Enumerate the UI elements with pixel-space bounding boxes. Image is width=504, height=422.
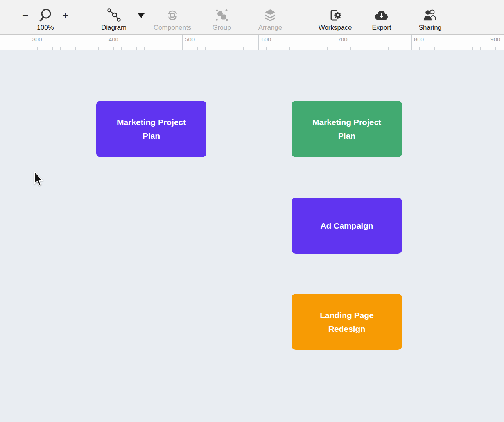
toolbar-button-sharing[interactable]: Sharing xyxy=(414,0,447,34)
ruler-minor-tick xyxy=(14,47,14,50)
ruler-minor-tick xyxy=(75,47,76,50)
toolbar: − + 100% xyxy=(0,0,504,34)
ruler-minor-tick xyxy=(373,47,373,50)
ruler-major-tick xyxy=(106,35,106,50)
node-ad-campaign[interactable]: Ad Campaign xyxy=(292,198,402,254)
diagram-icon xyxy=(106,7,121,23)
ruler-major-tick xyxy=(30,35,30,50)
ruler-minor-tick xyxy=(320,47,320,50)
ruler-label: 700 xyxy=(338,36,348,43)
ruler-minor-tick xyxy=(91,47,91,50)
ruler-minor-tick xyxy=(167,47,167,50)
ruler-minor-tick xyxy=(434,47,435,50)
toolbar-button-export[interactable]: Export xyxy=(368,0,395,34)
zoom-controls: − + 100% xyxy=(20,0,70,34)
toolbar-button-workspace[interactable]: Workspace xyxy=(315,0,355,34)
node-landing-page-redesign[interactable]: Landing Page Redesign xyxy=(292,294,402,350)
node-label: Ad Campaign xyxy=(320,219,373,232)
workspace-icon xyxy=(328,7,343,23)
ruler-label: 600 xyxy=(261,36,271,43)
toolbar-button-components[interactable]: Components xyxy=(150,0,195,34)
node-label: Marketing Project Plan xyxy=(308,115,386,143)
node-label: Landing Page Redesign xyxy=(308,308,386,336)
toolbar-button-label: Workspace xyxy=(319,24,352,31)
ruler-minor-tick xyxy=(205,47,206,50)
node-marketing-project-plan-green[interactable]: Marketing Project Plan xyxy=(292,101,402,157)
ruler-minor-tick xyxy=(289,47,290,50)
ruler-major-tick xyxy=(411,35,412,50)
ruler-minor-tick xyxy=(60,47,61,50)
ruler-minor-tick xyxy=(404,47,404,50)
ruler-minor-tick xyxy=(136,47,137,50)
ruler-minor-tick xyxy=(312,47,312,50)
ruler-minor-tick xyxy=(129,47,129,50)
ruler-minor-tick xyxy=(160,47,160,50)
diagram-dropdown-caret[interactable] xyxy=(138,13,145,18)
ruler-minor-tick xyxy=(45,47,45,50)
ruler-minor-tick xyxy=(213,47,213,50)
ruler-minor-tick xyxy=(274,47,274,50)
ruler-minor-tick xyxy=(419,47,420,50)
ruler-minor-tick xyxy=(327,47,328,50)
arrange-icon xyxy=(263,7,277,23)
ruler-minor-tick xyxy=(197,47,198,50)
toolbar-button-label: Sharing xyxy=(419,24,442,31)
ruler-minor-tick xyxy=(152,47,152,50)
ruler-minor-tick xyxy=(503,47,503,50)
zoom-in-button[interactable]: + xyxy=(61,11,69,21)
ruler-minor-tick xyxy=(175,47,175,50)
node-marketing-project-plan-purple[interactable]: Marketing Project Plan xyxy=(96,101,206,157)
app-window: − + 100% xyxy=(0,0,504,422)
ruler-minor-tick xyxy=(37,47,38,50)
ruler-minor-tick xyxy=(266,47,267,50)
ruler-minor-tick xyxy=(381,47,381,50)
toolbar-button-diagram[interactable]: Diagram xyxy=(96,0,132,34)
ruler-major-tick xyxy=(488,35,488,50)
ruler-minor-tick xyxy=(305,47,305,50)
ruler-minor-tick xyxy=(396,47,396,50)
ruler-minor-tick xyxy=(121,47,122,50)
ruler-minor-tick xyxy=(83,47,83,50)
ruler-minor-tick xyxy=(388,47,389,50)
toolbar-button-label: Arrange xyxy=(258,24,282,31)
ruler-minor-tick xyxy=(450,47,450,50)
ruler-minor-tick xyxy=(236,47,236,50)
ruler-minor-tick xyxy=(52,47,53,50)
ruler-minor-tick xyxy=(297,47,297,50)
ruler-minor-tick xyxy=(68,47,68,50)
ruler-minor-tick xyxy=(465,47,465,50)
ruler-label: 900 xyxy=(490,36,500,43)
ruler-minor-tick xyxy=(366,47,366,50)
mouse-cursor-icon xyxy=(34,171,44,188)
toolbar-button-label: Export xyxy=(372,24,391,31)
ruler-major-tick xyxy=(335,35,335,50)
ruler-minor-tick xyxy=(427,47,427,50)
export-cloud-download-icon xyxy=(374,7,389,23)
magnifier-icon xyxy=(39,7,52,24)
toolbar-button-label: Diagram xyxy=(101,24,126,31)
sharing-users-icon xyxy=(422,7,438,23)
ruler-minor-tick xyxy=(350,47,351,50)
ruler-label: 400 xyxy=(109,36,118,43)
group-icon xyxy=(215,7,229,23)
ruler-major-tick xyxy=(258,35,259,50)
ruler-minor-tick xyxy=(243,47,244,50)
ruler-minor-tick xyxy=(7,47,7,50)
ruler-minor-tick xyxy=(221,47,221,50)
ruler-minor-tick xyxy=(358,47,358,50)
ruler-minor-tick xyxy=(228,47,228,50)
ruler-minor-tick xyxy=(480,47,481,50)
toolbar-button-arrange[interactable]: Arrange xyxy=(254,0,287,34)
ruler-label: 300 xyxy=(32,36,42,43)
ruler-minor-tick xyxy=(442,47,442,50)
ruler-label: 800 xyxy=(414,36,424,43)
components-icon xyxy=(165,7,179,23)
ruler-minor-tick xyxy=(22,47,22,50)
ruler-label: 500 xyxy=(185,36,195,43)
node-label: Marketing Project Plan xyxy=(112,115,190,143)
zoom-out-button[interactable]: − xyxy=(22,11,29,21)
diagram-canvas[interactable]: Marketing Project Plan Marketing Project… xyxy=(0,50,504,422)
ruler-minor-tick xyxy=(472,47,473,50)
toolbar-button-group[interactable]: Group xyxy=(208,0,235,34)
ruler-minor-tick xyxy=(98,47,99,50)
